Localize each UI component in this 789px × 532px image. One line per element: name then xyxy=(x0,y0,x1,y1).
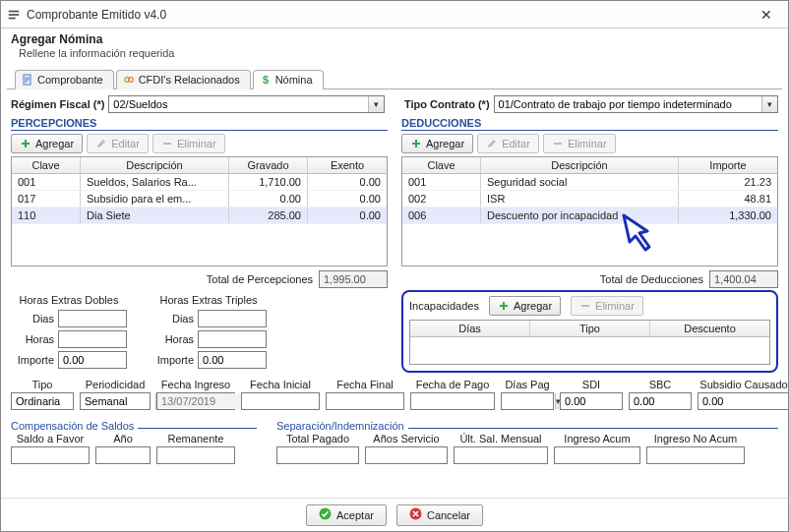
col-gravado[interactable]: Gravado xyxy=(229,157,308,173)
table-row[interactable]: 017Subsidio para el em...0.000.00 xyxy=(12,191,387,207)
fecha-ingreso-combo[interactable]: ▾ xyxy=(156,392,235,410)
horas-triples-title: Horas Extras Triples xyxy=(151,294,267,306)
deducciones-table[interactable]: Clave Descripción Importe 001Seguridad s… xyxy=(401,156,778,266)
anio-input[interactable] xyxy=(95,446,151,464)
col-clave[interactable]: Clave xyxy=(12,157,81,173)
deducciones-add-button[interactable]: Agregar xyxy=(401,134,473,153)
bottom-fields-row: Tipo ▾ Periodicidad ▾ Fecha Ingreso ▾ Fe… xyxy=(11,379,778,410)
ingreso-no-acum-input[interactable] xyxy=(646,446,745,464)
svg-rect-11 xyxy=(412,143,420,145)
pencil-icon xyxy=(95,138,107,149)
svg-rect-14 xyxy=(500,305,508,307)
total-pagado-input[interactable] xyxy=(276,446,359,464)
table-row[interactable]: 110Dia Siete285.000.00 xyxy=(12,207,387,224)
incapacidades-panel: Incapacidades Agregar Eliminar Días Tipo… xyxy=(401,290,778,373)
col-descuento[interactable]: Descuento xyxy=(650,321,769,336)
dobles-dias-input[interactable] xyxy=(58,310,127,327)
percepciones-add-button[interactable]: Agregar xyxy=(11,134,83,153)
svg-rect-8 xyxy=(22,143,30,145)
tab-nomina[interactable]: $ Nómina xyxy=(253,70,324,89)
tipo-contrato-label: Tipo Contrato (*) xyxy=(404,98,490,110)
remanente-input[interactable] xyxy=(156,446,235,464)
deducciones-delete-button[interactable]: Eliminar xyxy=(543,134,616,153)
total-deducciones-value xyxy=(709,270,778,288)
dobles-importe-input[interactable] xyxy=(58,351,127,369)
tab-bar: Comprobante CFDI's Relacionados $ Nómina xyxy=(7,69,782,89)
table-row[interactable]: 001Seguridad social21.23 xyxy=(402,174,777,191)
table-row[interactable]: 002ISR48.81 xyxy=(402,191,777,207)
cancel-icon xyxy=(409,507,422,522)
window-title: Comprobante Emitido v4.0 xyxy=(27,8,751,22)
triples-horas-input[interactable] xyxy=(198,330,267,348)
tab-cfdi-relacionados[interactable]: CFDI's Relacionados xyxy=(116,70,251,89)
compensacion-saldos-panel: Compensación de Saldos Saldo a Favor Año… xyxy=(11,428,257,464)
subsidio-input[interactable] xyxy=(698,392,788,410)
col-descripcion[interactable]: Descripción xyxy=(481,157,679,173)
app-window: Comprobante Emitido v4.0 ✕ Agregar Nómin… xyxy=(0,0,789,532)
table-row[interactable]: 006Descuento por incapacidad1,330.00 xyxy=(402,207,777,224)
sbc-input[interactable] xyxy=(629,392,692,410)
table-row[interactable]: 001Sueldos, Salarios Ra...1,710.000.00 xyxy=(12,174,387,191)
chevron-down-icon[interactable]: ▾ xyxy=(761,96,777,112)
fecha-pago-combo[interactable]: ▾ xyxy=(410,392,495,410)
dias-pag-input[interactable] xyxy=(501,392,554,410)
fecha-inicial-combo[interactable]: ▾ xyxy=(241,392,320,410)
periodicidad-combo[interactable]: ▾ xyxy=(80,392,151,410)
header: Agregar Nómina Rellene la información re… xyxy=(1,29,788,65)
incapacidades-table[interactable]: Días Tipo Descuento xyxy=(409,320,770,365)
tab-comprobante[interactable]: Comprobante xyxy=(15,70,114,89)
svg-rect-2 xyxy=(9,17,16,19)
total-deducciones-label: Total de Deducciones xyxy=(600,273,703,285)
page-title: Agregar Nómina xyxy=(11,32,778,46)
triples-importe-input[interactable] xyxy=(198,351,267,369)
regimen-fiscal-input[interactable] xyxy=(109,96,368,112)
col-descripcion[interactable]: Descripción xyxy=(81,157,229,173)
dollar-icon: $ xyxy=(260,74,272,86)
svg-rect-15 xyxy=(581,305,589,307)
regimen-fiscal-combo[interactable]: ▾ xyxy=(108,95,385,113)
svg-text:$: $ xyxy=(263,74,269,86)
col-importe[interactable]: Importe xyxy=(679,157,777,173)
tipo-combo[interactable]: ▾ xyxy=(11,392,74,410)
app-icon xyxy=(7,8,21,22)
sdi-input[interactable] xyxy=(560,392,623,410)
check-icon xyxy=(319,507,332,522)
plus-icon xyxy=(20,138,31,149)
percepciones-delete-button[interactable]: Eliminar xyxy=(152,134,225,153)
fecha-final-combo[interactable]: ▾ xyxy=(326,392,404,410)
percepciones-title: PERCEPCIONES xyxy=(11,117,388,131)
plus-icon xyxy=(498,300,510,312)
close-icon[interactable]: ✕ xyxy=(751,7,782,23)
titlebar: Comprobante Emitido v4.0 ✕ xyxy=(1,1,788,29)
aceptar-button[interactable]: Aceptar xyxy=(306,504,387,526)
col-clave[interactable]: Clave xyxy=(402,157,481,173)
col-tipo[interactable]: Tipo xyxy=(530,321,650,336)
minus-icon xyxy=(161,138,173,149)
triples-dias-input[interactable] xyxy=(198,310,267,327)
col-dias[interactable]: Días xyxy=(410,321,530,336)
horas-extras-block: Horas Extras Dobles Dias Horas Importe H… xyxy=(11,294,388,372)
deducciones-edit-button[interactable]: Editar xyxy=(477,134,539,153)
percepciones-edit-button[interactable]: Editar xyxy=(87,134,149,153)
minus-icon xyxy=(579,300,591,312)
page-subtitle: Rellene la información requerida xyxy=(19,47,778,59)
saldo-favor-input[interactable] xyxy=(11,446,90,464)
ult-sal-mensual-input[interactable] xyxy=(454,446,548,464)
percepciones-table[interactable]: Clave Descripción Gravado Exento 001Suel… xyxy=(11,156,388,266)
incapacidades-delete-button[interactable]: Eliminar xyxy=(571,296,643,316)
chevron-down-icon[interactable]: ▾ xyxy=(368,96,384,112)
incapacidades-add-button[interactable]: Agregar xyxy=(489,296,561,316)
tab-label: Nómina xyxy=(275,74,313,86)
cancelar-button[interactable]: Cancelar xyxy=(396,504,483,526)
svg-rect-0 xyxy=(9,10,20,12)
tipo-contrato-combo[interactable]: ▾ xyxy=(494,95,778,113)
pencil-icon xyxy=(486,138,498,149)
tipo-contrato-input[interactable] xyxy=(495,96,761,112)
ingreso-acum-input[interactable] xyxy=(554,446,640,464)
col-exento[interactable]: Exento xyxy=(308,157,387,173)
svg-rect-1 xyxy=(9,14,20,16)
regimen-fiscal-label: Régimen Fiscal (*) xyxy=(11,98,104,110)
dobles-horas-input[interactable] xyxy=(58,330,127,348)
svg-rect-12 xyxy=(554,143,562,145)
anios-servicio-input[interactable] xyxy=(365,446,448,464)
